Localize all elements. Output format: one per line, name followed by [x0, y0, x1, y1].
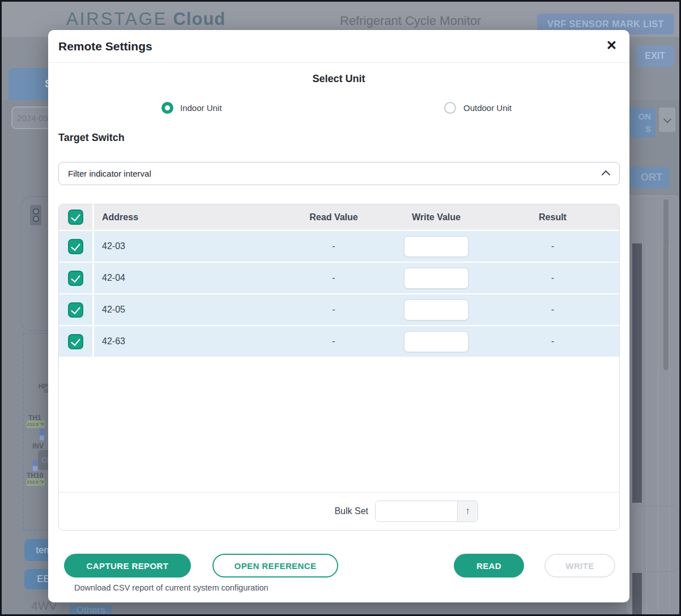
close-icon[interactable]: ✕: [606, 38, 617, 53]
write-button: WRITE: [544, 554, 615, 578]
th10-value-badge: 212.0 °F: [26, 478, 45, 486]
remote-settings-dialog: Remote Settings ✕ Select Unit Indoor Uni…: [48, 30, 629, 602]
table-row: 42-03 - -: [59, 230, 619, 262]
th1-value-badge: 212.0 °F: [26, 420, 45, 429]
read-value-cell: -: [281, 305, 386, 315]
table-header-row: Address Read Value Write Value Result: [59, 204, 619, 230]
bulk-apply-button[interactable]: ↑: [457, 501, 478, 521]
others-button[interactable]: Others: [70, 605, 112, 615]
sensor-pin-icon: [40, 429, 44, 440]
col-header-write-value: Write Value: [386, 212, 486, 223]
result-cell: -: [486, 305, 619, 315]
open-reference-button[interactable]: OPEN REFERENCE: [212, 554, 338, 578]
page-title: Refrigerant Cycle Monitor: [340, 14, 481, 28]
table-row: 42-63 - -: [59, 325, 619, 357]
write-value-input[interactable]: [404, 300, 469, 320]
row-checkbox[interactable]: [68, 271, 83, 286]
address-cell: 42-63: [94, 336, 281, 346]
write-value-input[interactable]: [404, 331, 469, 352]
date-field[interactable]: 2024-09: [11, 106, 53, 129]
select-unit-heading: Select Unit: [48, 73, 629, 85]
select-all-checkbox[interactable]: [68, 209, 83, 225]
bulk-set-group: ↑: [375, 500, 478, 522]
filter-indicator-dropdown[interactable]: Filter indicator interval: [58, 162, 620, 185]
chart-bar: [632, 243, 642, 503]
background-dropdown[interactable]: [659, 108, 675, 132]
csv-report-caption: Download CSV report of current system co…: [74, 583, 269, 592]
airstage-cloud-logo: AIRSTAGECloud: [66, 9, 225, 29]
fan-icon: [33, 208, 39, 215]
read-button[interactable]: READ: [454, 554, 524, 578]
chevron-up-icon: [602, 170, 611, 179]
result-cell: -: [486, 241, 619, 251]
radio-indoor-label: Indoor Unit: [180, 103, 222, 113]
logo-cloud-text: Cloud: [173, 9, 225, 29]
row-checkbox[interactable]: [68, 239, 83, 254]
logo-airstage-text: AIRSTAGE: [66, 9, 167, 29]
row-checkbox[interactable]: [68, 302, 83, 318]
bulk-set-row: Bulk Set ↑: [59, 492, 619, 530]
inv-label: INV: [32, 442, 44, 450]
dialog-title: Remote Settings: [58, 40, 152, 53]
chart-bar: [632, 573, 642, 614]
header-divider: [48, 62, 629, 63]
radio-indoor-unit[interactable]: [161, 102, 173, 114]
address-cell: 42-03: [94, 241, 281, 251]
fan-icon: [33, 216, 39, 222]
radio-outdoor-unit[interactable]: [444, 102, 456, 114]
table-row: 42-05 - -: [59, 293, 619, 325]
dropdown-selected-label: Filter indicator interval: [68, 169, 151, 178]
read-value-cell: -: [281, 241, 386, 251]
address-cell: 42-05: [94, 305, 281, 315]
screen: AIRSTAGECloud Refrigerant Cycle Monitor …: [0, 0, 681, 616]
result-cell: -: [486, 273, 619, 283]
capture-report-button[interactable]: CAPTURE REPORT: [64, 554, 191, 578]
col-header-result: Result: [486, 212, 619, 223]
chevron-down-icon: [663, 115, 671, 123]
bulk-set-label: Bulk Set: [334, 506, 368, 516]
address-cell: 42-04: [94, 273, 281, 283]
scrollbar[interactable]: [663, 199, 669, 370]
bulk-set-input[interactable]: [376, 501, 457, 521]
sensor-pin-icon: [33, 460, 37, 471]
read-value-cell: -: [281, 336, 386, 346]
col-header-address: Address: [94, 212, 281, 223]
background-panel-outline: [632, 506, 679, 572]
col-header-read-value: Read Value: [281, 212, 386, 223]
outdoor-unit-icon: [30, 205, 41, 225]
write-value-input[interactable]: [404, 236, 469, 257]
table-row: 42-04 - -: [59, 262, 619, 293]
result-cell: -: [486, 336, 619, 346]
arrow-up-icon: ↑: [465, 506, 470, 516]
exit-button[interactable]: EXIT: [636, 45, 674, 67]
switch-table: Address Read Value Write Value Result 42…: [58, 204, 620, 531]
table-empty-area: [59, 357, 619, 492]
row-checkbox[interactable]: [68, 334, 83, 349]
radio-outdoor-label: Outdoor Unit: [463, 103, 512, 113]
read-value-cell: -: [281, 273, 386, 283]
write-value-input[interactable]: [404, 268, 469, 289]
target-switch-heading: Target Switch: [58, 132, 125, 144]
